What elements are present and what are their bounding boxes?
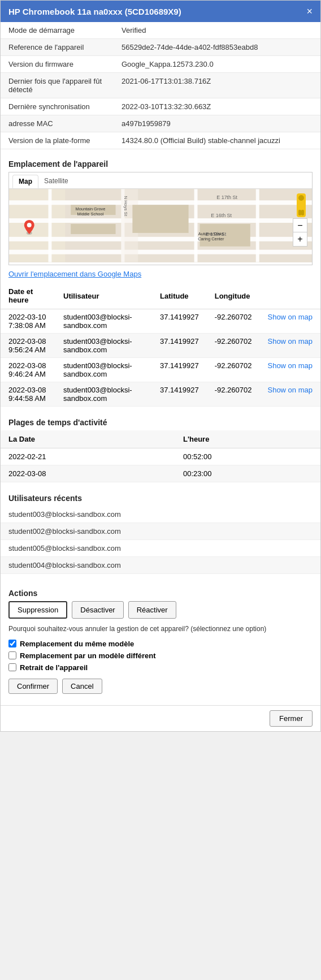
activity-date: 2022-02-21	[1, 448, 175, 465]
map-svg: E 17th St E 16th St E 15th St N Hoys St …	[9, 189, 312, 262]
svg-rect-13	[132, 205, 188, 233]
location-row: 2022-03-08 9:46:24 AM student003@blocksi…	[1, 358, 320, 382]
svg-point-27	[298, 195, 304, 201]
device-info-label: Reference de l'appareil	[1, 39, 114, 56]
svg-text:E 16th St: E 16th St	[211, 213, 232, 218]
close-button[interactable]: ×	[306, 6, 313, 16]
svg-text:N Hoys St: N Hoys St	[123, 196, 128, 217]
svg-rect-30	[301, 210, 304, 215]
map-report[interactable]: Report a map error	[171, 264, 219, 266]
loc-date: 2022-03-10 7:38:08 AM	[1, 309, 55, 334]
show-on-map-link[interactable]: Show on map	[259, 334, 320, 358]
checkbox-input[interactable]	[8, 663, 16, 671]
modal-body: Mode de démarrage Verified Reference de …	[1, 22, 320, 705]
map-link[interactable]: Ouvrir l'emplacement dans Google Maps	[1, 267, 320, 283]
device-info-label: Mode de démarrage	[1, 22, 114, 39]
activity-row: 2022-02-21 00:52:00	[1, 448, 320, 465]
svg-rect-28	[298, 202, 305, 210]
device-info-table: Mode de démarrage Verified Reference de …	[1, 22, 320, 149]
map-container: Map Satellite	[8, 172, 313, 265]
device-info-value: 2022-03-10T13:32:30.663Z	[114, 98, 320, 115]
svg-rect-5	[9, 237, 312, 241]
device-info-row: Version du firmware Google_Kappa.12573.2…	[1, 56, 320, 73]
show-on-map-link[interactable]: Show on map	[259, 309, 320, 334]
tab-satellite[interactable]: Satellite	[38, 175, 74, 188]
loc-lat: 37.1419927	[152, 309, 207, 334]
checkbox-item: Remplacement par un modèle différent	[8, 651, 313, 660]
svg-text:E 17th St: E 17th St	[216, 195, 237, 200]
fermer-button[interactable]: Fermer	[270, 710, 313, 727]
user-list: student003@blocksi-sandbox.comstudent002…	[1, 506, 320, 577]
user-item: student004@blocksi-sandbox.com	[1, 557, 320, 574]
device-info-label: Dernière synchronisation	[1, 98, 114, 115]
device-info-row: Mode de démarrage Verified	[1, 22, 320, 39]
device-info-value: Verified	[114, 22, 320, 39]
activity-time: 00:23:00	[175, 465, 320, 482]
loc-user: student003@blocksi-sandbox.com	[55, 358, 152, 382]
device-info-label: adresse MAC	[1, 115, 114, 132]
svg-rect-7	[48, 189, 51, 262]
col-utilisateur: Utilisateur	[55, 283, 152, 309]
loc-lng: -92.260702	[207, 358, 260, 382]
pegman-icon[interactable]	[295, 193, 307, 216]
user-item: student003@blocksi-sandbox.com	[1, 506, 320, 523]
svg-text:Autumn Oaks: Autumn Oaks	[198, 231, 224, 236]
confirmer-button[interactable]: Confirmer	[8, 679, 58, 694]
svg-rect-14	[71, 224, 115, 234]
map-terms[interactable]: Terms of Use	[135, 264, 168, 266]
device-info-value: Google_Kappa.12573.230.0	[114, 56, 320, 73]
col-la-date: La Date	[1, 430, 175, 448]
google-logo: Google	[12, 264, 34, 265]
checkbox-input[interactable]	[8, 651, 16, 659]
modal-footer: Fermer	[1, 705, 320, 731]
map-tabs: Map Satellite	[9, 172, 312, 189]
loc-lng: -92.260702	[207, 334, 260, 358]
device-info-row: Reference de l'appareil 56529de2-74de-44…	[1, 39, 320, 56]
cancel-question: Pourquoi souhaitez-vous annuler la gesti…	[8, 624, 313, 634]
device-info-row: Version de la plate-forme 14324.80.0 (Of…	[1, 132, 320, 149]
svg-text:Mountain Grove: Mountain Grove	[75, 206, 105, 211]
checkbox-label: Remplacement du même modèle	[20, 640, 134, 648]
activity-time: 00:52:00	[175, 448, 320, 465]
show-on-map-link[interactable]: Show on map	[259, 382, 320, 407]
zoom-out-button[interactable]: −	[293, 219, 307, 232]
actions-buttons: Suppression Désactiver Réactiver	[8, 601, 313, 619]
actions-title: Actions	[8, 583, 313, 601]
loc-lat: 37.1419927	[152, 382, 207, 407]
activity-date: 2022-03-08	[1, 465, 175, 482]
col-latitude: Latitude	[152, 283, 207, 309]
svg-rect-9	[194, 189, 198, 262]
zoom-controls: − +	[293, 218, 307, 247]
recent-users-section: Utilisateurs récents student003@blocksi-…	[1, 488, 320, 577]
loc-user: student003@blocksi-sandbox.com	[55, 309, 152, 334]
activity-row: 2022-03-08 00:23:00	[1, 465, 320, 482]
desactiver-button[interactable]: Désactiver	[72, 601, 123, 619]
device-info-label: Version de la plate-forme	[1, 132, 114, 149]
cancel-button[interactable]: Cancel	[62, 679, 102, 694]
checkbox-item: Retrait de l'appareil	[8, 663, 313, 672]
activity-section: Plages de temps d'activité La Date L'heu…	[1, 412, 320, 482]
col-action	[259, 283, 320, 309]
suppression-button[interactable]: Suppression	[8, 601, 67, 619]
loc-date: 2022-03-08 9:46:24 AM	[1, 358, 55, 382]
loc-lat: 37.1419927	[152, 358, 207, 382]
recent-users-title: Utilisateurs récents	[1, 488, 320, 506]
modal-container: HP Chromebook 11a na0xxx (5CD10689X9) × …	[0, 0, 321, 732]
activity-section-title: Plages de temps d'activité	[1, 412, 320, 430]
checkbox-item: Remplacement du même modèle	[8, 640, 313, 648]
svg-point-25	[27, 223, 32, 227]
svg-text:Caring Center: Caring Center	[198, 236, 224, 241]
user-item: student002@blocksi-sandbox.com	[1, 523, 320, 540]
svg-rect-29	[298, 210, 301, 215]
zoom-in-button[interactable]: +	[293, 232, 307, 246]
modal-title: HP Chromebook 11a na0xxx (5CD10689X9)	[8, 7, 181, 16]
map-footer: Google Keyboard shortcuts Map data ©2022…	[9, 262, 312, 265]
tab-map[interactable]: Map	[12, 175, 38, 188]
device-info-row: Dernier fois que l'appareil fût détecté …	[1, 73, 320, 98]
show-on-map-link[interactable]: Show on map	[259, 358, 320, 382]
checkbox-input[interactable]	[8, 640, 16, 647]
reactiver-button[interactable]: Réactiver	[128, 601, 176, 619]
device-info-value: 14324.80.0 (Official Build) stable-chann…	[114, 132, 320, 149]
device-info-value: 56529de2-74de-44de-a402-fdf8853eabd8	[114, 39, 320, 56]
location-table: Date et heure Utilisateur Latitude Longi…	[1, 283, 320, 407]
